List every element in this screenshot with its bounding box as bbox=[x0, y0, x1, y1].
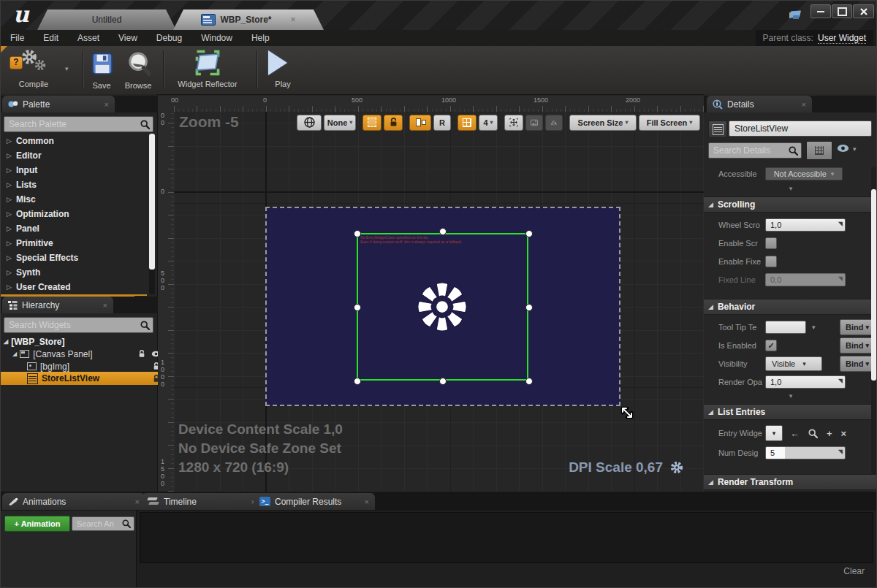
palette-category[interactable]: ▷Optimization bbox=[1, 207, 147, 221]
palette-category[interactable]: ▷Common bbox=[1, 134, 147, 148]
spin-reset-icon[interactable]: ◥ bbox=[838, 221, 843, 227]
anchor-snap-button[interactable] bbox=[409, 115, 431, 131]
close-icon[interactable]: × bbox=[105, 100, 109, 109]
maximize-button[interactable] bbox=[832, 4, 852, 18]
screen-size-dropdown[interactable]: Screen Size ▾ bbox=[569, 115, 637, 131]
clear-log-button[interactable]: Clear bbox=[843, 566, 865, 576]
menu-window[interactable]: Window bbox=[191, 30, 242, 46]
animation-search-input[interactable] bbox=[72, 519, 122, 528]
grid-snap-button[interactable] bbox=[458, 115, 477, 131]
close-icon[interactable]: × bbox=[103, 301, 107, 310]
tab-animations[interactable]: Animations × bbox=[2, 493, 145, 510]
palette-search[interactable] bbox=[4, 116, 153, 132]
palette-category[interactable]: ▷Synth bbox=[1, 265, 147, 280]
chevron-down-icon[interactable]: ▾ bbox=[853, 145, 857, 153]
respect-locks-button[interactable]: R bbox=[433, 115, 451, 131]
section-behavior[interactable]: ◢ Behavior bbox=[704, 299, 877, 315]
is-enabled-bind-button[interactable]: Bind ▾ bbox=[840, 337, 875, 354]
resize-handle[interactable] bbox=[439, 228, 447, 235]
num-designer-entries-input[interactable]: 5 ◥ bbox=[765, 446, 846, 459]
spin-reset-icon[interactable]: ◥ bbox=[838, 378, 843, 384]
expand-more-button[interactable]: ▾ bbox=[704, 392, 877, 400]
view-options-eye-icon[interactable] bbox=[837, 144, 849, 153]
wheel-scroll-input[interactable]: 1,0 ◥ bbox=[765, 218, 846, 232]
section-render-transform[interactable]: ◢ Render Transform bbox=[704, 474, 877, 490]
close-icon[interactable]: × bbox=[135, 497, 140, 506]
browse-button[interactable]: Browse bbox=[119, 50, 157, 91]
play-button[interactable]: Play bbox=[262, 49, 303, 91]
grid-size-dropdown[interactable]: 4 ▾ bbox=[479, 115, 498, 131]
section-scrolling[interactable]: ◢ Scrolling bbox=[704, 196, 877, 213]
compile-button[interactable]: ? ▾ Compile bbox=[8, 49, 74, 91]
widget-name-field[interactable]: StoreListView bbox=[729, 121, 872, 137]
use-selected-icon[interactable]: ← bbox=[790, 428, 800, 439]
details-search[interactable] bbox=[708, 142, 802, 159]
minimize-button[interactable] bbox=[810, 4, 831, 18]
palette-category[interactable]: ▷Lists bbox=[1, 177, 147, 192]
animation-search[interactable] bbox=[72, 516, 134, 531]
palette-category[interactable]: ▷User Created bbox=[1, 280, 147, 296]
section-list-entries[interactable]: ◢ List Entries bbox=[704, 404, 877, 420]
tooltip-text-input[interactable] bbox=[765, 321, 806, 334]
preview-culture-dropdown[interactable]: None ▾ bbox=[324, 115, 356, 131]
hierarchy-search[interactable] bbox=[4, 317, 153, 333]
render-opacity-input[interactable]: 1,0 ◥ bbox=[765, 375, 846, 389]
tree-expanded-icon[interactable]: ◢ bbox=[12, 351, 17, 357]
lock-widgets-button[interactable] bbox=[384, 115, 403, 131]
tutorial-icon[interactable] bbox=[789, 9, 803, 21]
expand-more-button[interactable]: ▾ bbox=[704, 185, 877, 192]
palette-scrollbar[interactable] bbox=[149, 134, 155, 294]
tab-details[interactable]: Details × bbox=[707, 96, 812, 112]
transform-mode-button[interactable] bbox=[504, 115, 523, 131]
resize-handle[interactable] bbox=[354, 304, 361, 311]
checkbox-checked[interactable]: ✓ bbox=[765, 340, 777, 351]
tree-item-storelistview[interactable]: StoreListView bbox=[1, 372, 181, 385]
menu-view[interactable]: View bbox=[109, 30, 147, 46]
resize-handle[interactable] bbox=[525, 378, 533, 385]
visibility-bind-button[interactable]: Bind ▾ bbox=[840, 356, 875, 372]
tab-timeline[interactable]: Timeline × bbox=[142, 493, 262, 510]
palette-category[interactable]: ▷Panel bbox=[1, 221, 147, 236]
resize-handle[interactable] bbox=[525, 230, 533, 237]
details-scrollbar[interactable] bbox=[871, 167, 876, 474]
close-window-button[interactable] bbox=[853, 4, 874, 18]
tab-compiler-results[interactable]: >_ Compiler Results × bbox=[254, 493, 375, 510]
hierarchy-search-input[interactable] bbox=[4, 320, 140, 330]
palette-category[interactable]: ▷Input bbox=[1, 163, 147, 177]
close-tab-icon[interactable]: × bbox=[291, 15, 296, 25]
palette-category[interactable]: ▷Editor bbox=[1, 148, 147, 163]
menu-file[interactable]: File bbox=[1, 30, 34, 46]
chevron-down-icon[interactable]: ▾ bbox=[812, 324, 816, 331]
tree-item-bgimg[interactable]: [bgImg] bbox=[1, 360, 181, 373]
palette-category[interactable]: ▷Special Effects bbox=[1, 251, 147, 265]
clear-icon[interactable]: × bbox=[841, 428, 847, 439]
chevron-down-icon[interactable]: ▾ bbox=[65, 65, 69, 72]
palette-search-input[interactable] bbox=[4, 119, 140, 129]
close-icon[interactable]: × bbox=[365, 497, 369, 506]
accessible-dropdown[interactable]: Not Accessible ▾ bbox=[765, 167, 843, 180]
menu-help[interactable]: Help bbox=[242, 30, 279, 46]
checkbox-unchecked[interactable] bbox=[765, 256, 777, 267]
tooltip-bind-button[interactable]: Bind ▾ bbox=[840, 319, 875, 335]
resize-handle[interactable] bbox=[525, 304, 533, 311]
save-button[interactable]: Save bbox=[86, 50, 118, 91]
palette-category[interactable]: ▷Primitive bbox=[1, 236, 147, 251]
widget-reflector-button[interactable]: Widget Reflector bbox=[167, 49, 248, 91]
localization-preview-button[interactable] bbox=[297, 115, 322, 131]
menu-edit[interactable]: Edit bbox=[34, 30, 68, 46]
flip-preview-button[interactable] bbox=[545, 115, 563, 131]
resize-handle[interactable] bbox=[439, 378, 447, 385]
toggle-outlines-button[interactable] bbox=[362, 115, 381, 131]
title-bar[interactable]: u Untitled WBP_Store* × bbox=[1, 1, 877, 30]
menu-debug[interactable]: Debug bbox=[147, 30, 191, 46]
browse-to-asset-icon[interactable] bbox=[808, 429, 818, 438]
lock-open-icon[interactable] bbox=[138, 350, 145, 358]
resize-handle[interactable] bbox=[354, 230, 361, 237]
parent-class-link[interactable]: User Widget bbox=[818, 33, 866, 44]
visibility-dropdown[interactable]: Visible ▾ bbox=[765, 356, 822, 371]
tab-hierarchy[interactable]: Hierarchy × bbox=[2, 297, 113, 313]
add-animation-button[interactable]: + Animation bbox=[4, 516, 70, 532]
entry-widget-class-dropdown[interactable]: ▾ bbox=[765, 425, 783, 441]
tree-item-canvas-panel[interactable]: ◢ [Canvas Panel] bbox=[1, 348, 167, 360]
canvas-viewport[interactable]: Zoom -5 No EntryWidgetClass specified on… bbox=[174, 112, 704, 492]
